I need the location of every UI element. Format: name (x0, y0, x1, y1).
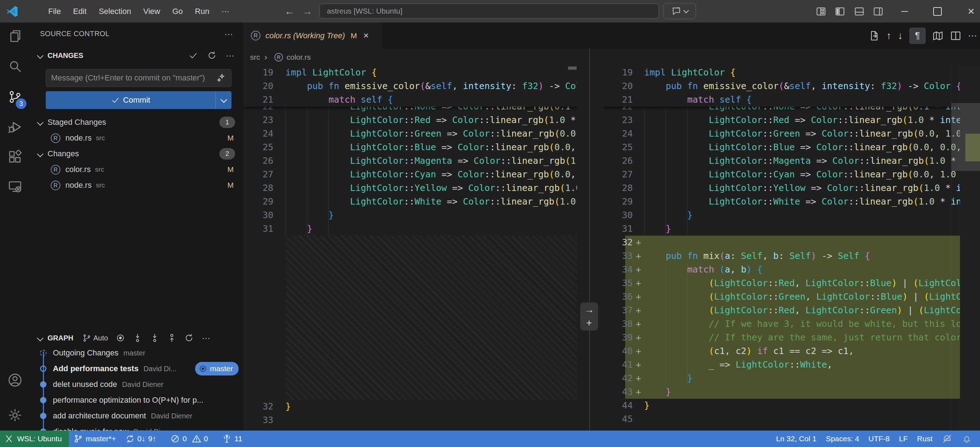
copilot-chat-button[interactable] (663, 3, 696, 19)
graph-more-actions[interactable]: ··· (202, 333, 210, 343)
line-number[interactable]: 24 (243, 127, 273, 140)
refresh-icon[interactable] (185, 333, 194, 343)
window-close-button[interactable]: × (959, 0, 980, 22)
changes-section-header[interactable]: CHANGES ··· (30, 48, 243, 63)
line-number[interactable]: 25 (243, 140, 273, 154)
next-change-icon[interactable]: ↓ (898, 30, 903, 42)
notifications[interactable] (957, 431, 977, 447)
graph-row[interactable]: Add performance testsDavid Di...master (30, 361, 243, 377)
line-number[interactable]: 40 (603, 344, 633, 358)
code-line-25[interactable]: 25 LightColor::Blue => Color::linear_rgb… (243, 140, 577, 154)
branch-pill[interactable]: master (195, 362, 239, 375)
editor-more-actions[interactable]: ··· (968, 30, 977, 41)
line-number[interactable]: 25 (603, 140, 633, 154)
line-number[interactable]: 29 (243, 195, 273, 209)
menu-item-view[interactable]: View (137, 5, 166, 18)
line-number[interactable]: 24 (603, 127, 633, 140)
code-line-40[interactable]: 40+ (c1, c2) if c1 == c2 => c1, (603, 344, 980, 358)
diff-sash[interactable] (589, 49, 590, 431)
graph-row[interactable]: performance optimization to O(P+N) for p… (30, 392, 243, 408)
minimap-slider[interactable] (951, 103, 980, 171)
line-number[interactable]: 21 (243, 93, 273, 107)
line-number[interactable]: 30 (603, 209, 633, 222)
copilot-status[interactable] (937, 431, 957, 447)
code-line-30[interactable]: 30 } (603, 209, 980, 222)
line-number[interactable]: 42 (603, 372, 633, 385)
line-number[interactable]: 23 (243, 113, 273, 127)
code-line-28[interactable]: 28 LightColor::Yellow => Color::linear_r… (603, 181, 980, 195)
scm-file-row[interactable]: Rcolor.rssrcM (30, 162, 243, 177)
menu-item-file[interactable]: File (42, 5, 67, 18)
code-line-20[interactable]: 20 pub fn emissive_color(&self, intensit… (603, 80, 980, 93)
code-line-24[interactable]: 24 LightColor::Green => Color::linear_rg… (243, 127, 577, 140)
explorer-icon[interactable] (8, 29, 22, 43)
line-number[interactable]: 19 (603, 66, 633, 80)
code-line-32[interactable]: 32} (243, 400, 577, 413)
line-number[interactable]: 35 (603, 276, 633, 290)
scm-group-header[interactable]: Changes2 (30, 146, 243, 162)
language-mode[interactable]: Rust (913, 431, 937, 447)
code-line-26[interactable]: 26 LightColor::Magenta => Color::linear_… (243, 154, 577, 168)
commit-dropdown-button[interactable] (215, 91, 232, 109)
graph-auto-toggle[interactable]: Auto (83, 334, 108, 342)
menu-item-selection[interactable]: Selection (92, 5, 137, 18)
diff-original-pane[interactable]: 22 LightColor::None => Color::linear_rgb… (243, 66, 577, 431)
code-line-42[interactable]: 42+ } (603, 372, 980, 385)
line-number[interactable]: 37 (603, 303, 633, 317)
branch-status[interactable]: master*+ (69, 431, 121, 447)
line-number[interactable]: 20 (243, 80, 273, 93)
sparkle-icon[interactable] (216, 73, 226, 83)
commit-button[interactable]: Commit (46, 91, 232, 109)
scm-group-header[interactable]: Staged Changes1 (30, 115, 243, 130)
code-line-38[interactable]: 38+ // If we have 3, it would be white, … (603, 317, 980, 331)
scm-file-row[interactable]: Rnode.rssrcM (30, 130, 243, 146)
menu-item-go[interactable]: Go (166, 5, 189, 18)
push-icon[interactable] (167, 333, 177, 343)
encoding[interactable]: UTF-8 (864, 431, 895, 447)
eol[interactable]: LF (894, 431, 913, 447)
sidebar-more-actions[interactable]: ··· (224, 29, 233, 39)
line-number[interactable]: 39 (603, 331, 633, 344)
line-number[interactable]: 32 (243, 400, 273, 413)
code-line-28[interactable]: 28 LightColor::Yellow => Color::linear_r… (243, 181, 577, 195)
code-line-29[interactable]: 29 LightColor::White => Color::linear_rg… (243, 195, 577, 209)
line-number[interactable]: 32 (603, 236, 633, 249)
line-number[interactable]: 38 (603, 317, 633, 331)
line-number[interactable]: 44 (603, 399, 633, 412)
toggle-sidebar-icon[interactable] (835, 6, 845, 17)
graph-row[interactable]: add architecture documentDavid Diener (30, 408, 243, 424)
code-line-33[interactable]: 33+ pub fn mix(a: Self, b: Self) -> Self… (603, 249, 980, 263)
command-center[interactable]: astreus [WSL: Ubuntu] (320, 3, 659, 19)
breadcrumb-folder[interactable]: src (250, 53, 260, 62)
remote-explorer-icon[interactable] (8, 179, 22, 193)
problems-status[interactable]: 0 0 (166, 431, 213, 447)
window-minimize-button[interactable]: ─ (893, 0, 916, 22)
line-number[interactable]: 26 (243, 154, 273, 168)
line-number[interactable]: 45 (603, 412, 633, 426)
customize-layout-icon[interactable] (816, 6, 826, 17)
code-line-24[interactable]: 24 LightColor::Green => Color::linear_rg… (603, 127, 980, 140)
line-number[interactable]: 31 (243, 222, 273, 236)
code-line-34[interactable]: 34+ match (a, b) { (603, 263, 980, 276)
remote-indicator[interactable]: WSL: Ubuntu (0, 431, 69, 447)
scm-file-row[interactable]: Rnode.rssrcM (30, 177, 243, 193)
code-line-21[interactable]: 21 match self { (603, 93, 980, 107)
tab-close-icon[interactable]: × (363, 30, 369, 41)
line-number[interactable]: 33 (603, 249, 633, 263)
code-line-30[interactable]: 30 } (243, 209, 577, 222)
line-number[interactable]: 28 (603, 181, 633, 195)
settings-gear-icon[interactable] (8, 408, 22, 422)
code-line-36[interactable]: 36+ (LightColor::Green, LightColor::Blue… (603, 290, 980, 303)
back-arrow-icon[interactable]: ← (285, 6, 294, 17)
line-number[interactable]: 27 (603, 168, 633, 181)
line-number[interactable]: 19 (243, 66, 273, 80)
code-line-23[interactable]: 23 LightColor::Red => Color::linear_rgb(… (603, 113, 980, 127)
code-line-33[interactable]: 33 (243, 413, 577, 427)
ports-status[interactable]: 11 (218, 431, 247, 447)
extensions-icon[interactable] (8, 150, 22, 164)
code-line-20[interactable]: 20 pub fn emissive_color(&self, intensit… (243, 80, 577, 93)
line-number[interactable]: 28 (243, 181, 273, 195)
code-line-26[interactable]: 26 LightColor::Magenta => Color::linear_… (603, 154, 980, 168)
code-line-44[interactable]: 44} (603, 399, 980, 412)
menu-item-edit[interactable]: Edit (67, 5, 92, 18)
